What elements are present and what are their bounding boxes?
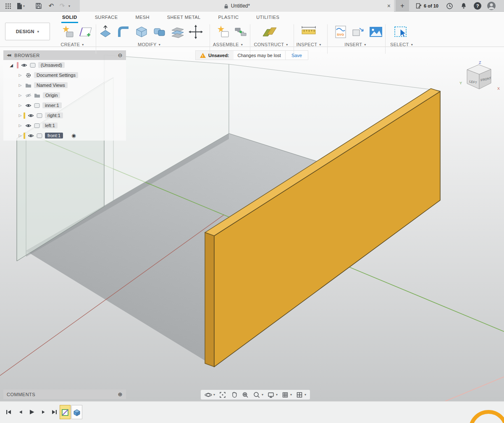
app-grid-icon[interactable]: [3, 0, 13, 12]
document-tab[interactable]: Untitled* ×: [80, 0, 394, 12]
group-insert[interactable]: INSERT▾: [336, 42, 375, 47]
collapse-panel-icon[interactable]: ◀◀: [7, 53, 10, 57]
tab-utilities[interactable]: UTILITIES: [255, 13, 280, 23]
browser-row-named-views[interactable]: ▷ Named Views: [3, 80, 126, 90]
browser-row-right[interactable]: ▷ right:1: [3, 110, 126, 120]
grid-settings-icon[interactable]: ▾: [281, 391, 292, 399]
new-component-button[interactable]: [215, 24, 231, 40]
visibility-eye-icon[interactable]: [28, 113, 34, 118]
skip-to-start-button[interactable]: [5, 408, 13, 416]
undo-button[interactable]: ↶: [47, 0, 55, 12]
browser-item-label[interactable]: Document Settings: [34, 72, 78, 78]
browser-item-label[interactable]: front:1: [45, 133, 63, 138]
measure-button[interactable]: [301, 24, 317, 40]
insert-svg-button[interactable]: SVG: [333, 24, 349, 40]
browser-item-label[interactable]: (Unsaved): [38, 62, 65, 68]
tab-solid[interactable]: SOLID: [61, 13, 78, 23]
browser-item-label[interactable]: right:1: [45, 112, 63, 118]
construct-plane-button[interactable]: [261, 24, 277, 40]
new-tab-button[interactable]: +: [396, 0, 409, 12]
browser-row-inner[interactable]: ▷ inner:1: [3, 100, 126, 110]
visibility-eye-icon[interactable]: [21, 63, 27, 68]
expand-arrow-icon[interactable]: ▷: [18, 113, 23, 118]
job-status-button[interactable]: [444, 0, 454, 12]
add-comment-icon[interactable]: ⊕: [118, 391, 123, 397]
joint-button[interactable]: [233, 24, 249, 40]
viewports-icon[interactable]: ▾: [296, 391, 306, 399]
group-construct[interactable]: CONSTRUCT▾: [250, 42, 292, 47]
workspace-selector[interactable]: DESIGN▾: [5, 23, 50, 40]
pan-hand-icon[interactable]: [230, 391, 238, 399]
group-create[interactable]: CREATE▾: [55, 42, 89, 47]
step-back-button[interactable]: [17, 408, 24, 416]
unsaved-indicator-bar: [17, 62, 18, 68]
expand-arrow-icon[interactable]: ▷: [18, 123, 23, 128]
insert-canvas-button[interactable]: [368, 24, 384, 40]
notifications-bell-icon[interactable]: [459, 0, 469, 12]
display-settings-icon[interactable]: ▾: [267, 391, 278, 399]
minimize-panel-icon[interactable]: ⊖: [118, 52, 123, 58]
expand-arrow-icon[interactable]: ▷: [18, 83, 23, 87]
create-sketch-button[interactable]: [78, 24, 94, 40]
save-button[interactable]: [34, 0, 43, 12]
browser-row-root[interactable]: ◢ (Unsaved): [3, 60, 126, 70]
visibility-eye-icon[interactable]: [25, 103, 32, 108]
browser-item-label[interactable]: Named Views: [34, 82, 68, 88]
shell-button[interactable]: [134, 24, 150, 40]
expand-arrow-icon[interactable]: ▷: [18, 93, 23, 97]
group-modify[interactable]: MODIFY▾: [126, 42, 172, 47]
tab-sheet-metal[interactable]: SHEET METAL: [166, 13, 202, 23]
create-solid-button[interactable]: [60, 24, 76, 40]
browser-item-label[interactable]: Origin: [43, 92, 60, 98]
browser-item-label[interactable]: inner:1: [42, 102, 62, 108]
orbit-icon[interactable]: ▾: [205, 391, 215, 399]
select-button[interactable]: [393, 24, 409, 40]
gear-icon: [25, 72, 32, 78]
version-count[interactable]: 6 of 10: [412, 0, 442, 12]
close-tab-icon[interactable]: ×: [387, 3, 391, 9]
press-pull-button[interactable]: [97, 24, 113, 40]
avatar[interactable]: [486, 0, 497, 12]
browser-item-label[interactable]: left:1: [42, 123, 58, 128]
help-button[interactable]: ?: [472, 0, 483, 12]
expand-arrow-icon[interactable]: ▷: [18, 133, 23, 138]
timeline-feature-sketch[interactable]: [60, 405, 71, 419]
redo-caret[interactable]: ▾: [66, 0, 71, 12]
timeline-feature-extrude[interactable]: [71, 405, 82, 419]
browser-row-front[interactable]: ▷ front:1 ◉: [3, 131, 126, 141]
tab-surface[interactable]: SURFACE: [94, 13, 119, 23]
zoom-window-icon[interactable]: [242, 391, 249, 399]
play-button[interactable]: [28, 408, 36, 416]
save-link[interactable]: Save: [285, 51, 308, 60]
split-body-button[interactable]: [170, 24, 186, 40]
expand-all-icon[interactable]: ◢: [8, 63, 14, 68]
step-forward-button[interactable]: [39, 408, 47, 416]
browser-row-document-settings[interactable]: ▷ Document Settings: [3, 70, 126, 80]
file-menu-button[interactable]: ▾: [15, 0, 26, 12]
expand-arrow-icon[interactable]: ▷: [18, 73, 23, 77]
visibility-off-eye-icon[interactable]: [25, 93, 32, 98]
browser-row-origin[interactable]: ▷ Origin: [3, 90, 126, 100]
browser-row-left[interactable]: ▷ left:1: [3, 120, 126, 131]
skip-to-end-button[interactable]: [50, 408, 59, 416]
activate-component-radio[interactable]: ◉: [71, 133, 76, 138]
zoom-icon[interactable]: ▾: [253, 391, 263, 399]
group-inspect[interactable]: INSPECT▾: [290, 42, 328, 47]
comments-header[interactable]: COMMENTS ⊕: [3, 389, 126, 399]
fit-view-icon[interactable]: [219, 391, 226, 399]
group-select[interactable]: SELECT▾: [383, 42, 420, 47]
move-button[interactable]: [188, 24, 204, 40]
tab-mesh[interactable]: MESH: [134, 13, 150, 23]
combine-button[interactable]: [152, 24, 168, 40]
front-panel-side-face[interactable]: [205, 232, 214, 367]
group-assemble[interactable]: ASSEMBLE▾: [208, 42, 248, 47]
tab-plastic[interactable]: PLASTIC: [218, 13, 240, 23]
visibility-eye-icon[interactable]: [25, 123, 32, 128]
insert-derive-button[interactable]: [350, 24, 366, 40]
expand-arrow-icon[interactable]: ▷: [18, 103, 23, 107]
fillet-button[interactable]: [116, 24, 131, 40]
redo-button[interactable]: ↷: [58, 0, 66, 12]
folder-icon: [25, 83, 32, 88]
visibility-eye-icon[interactable]: [28, 133, 34, 138]
browser-header[interactable]: ◀◀ BROWSER ⊖: [3, 50, 126, 60]
